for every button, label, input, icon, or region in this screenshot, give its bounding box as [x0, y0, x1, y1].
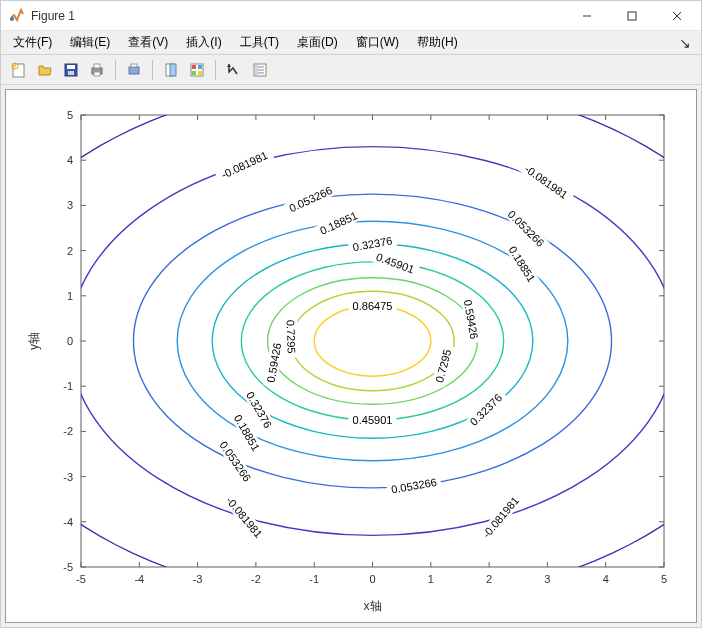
svg-text:0: 0: [67, 335, 73, 347]
svg-text:0.86475: 0.86475: [353, 300, 393, 312]
svg-rect-14: [129, 67, 139, 74]
svg-text:4: 4: [67, 154, 73, 166]
svg-text:-3: -3: [63, 471, 73, 483]
minimize-button[interactable]: [564, 1, 609, 31]
insert-legend-button[interactable]: [248, 58, 272, 82]
svg-text:-4: -4: [63, 516, 73, 528]
toolbar: [1, 55, 701, 85]
figure-window: Figure 1 文件(F) 编辑(E) 查看(V) 插入(I) 工具(T) 桌…: [0, 0, 702, 628]
menu-insert[interactable]: 插入(I): [178, 32, 229, 53]
svg-rect-27: [255, 65, 258, 75]
menu-edit[interactable]: 编辑(E): [62, 32, 118, 53]
svg-text:-5: -5: [76, 573, 86, 585]
menu-help[interactable]: 帮助(H): [409, 32, 466, 53]
figure-area: -5-4-3-2-1012345-5-4-3-2-1012345x轴y轴-0.0…: [1, 85, 701, 627]
svg-text:-2: -2: [251, 573, 261, 585]
menu-file[interactable]: 文件(F): [5, 32, 60, 53]
maximize-button[interactable]: [609, 1, 654, 31]
svg-text:3: 3: [67, 199, 73, 211]
svg-text:-1: -1: [63, 380, 73, 392]
svg-text:-3: -3: [193, 573, 203, 585]
svg-text:-1: -1: [309, 573, 319, 585]
contour-plot: -5-4-3-2-1012345-5-4-3-2-1012345x轴y轴-0.0…: [6, 90, 694, 622]
svg-text:3: 3: [544, 573, 550, 585]
axes-canvas[interactable]: -5-4-3-2-1012345-5-4-3-2-1012345x轴y轴-0.0…: [5, 89, 697, 623]
edit-plot-button[interactable]: [222, 58, 246, 82]
titlebar: Figure 1: [1, 1, 701, 31]
svg-rect-10: [68, 71, 74, 75]
open-button[interactable]: [33, 58, 57, 82]
svg-rect-20: [198, 65, 202, 69]
print-button[interactable]: [85, 58, 109, 82]
svg-rect-13: [94, 72, 100, 76]
save-button[interactable]: [59, 58, 83, 82]
menu-desktop[interactable]: 桌面(D): [289, 32, 346, 53]
svg-rect-29: [81, 115, 664, 567]
svg-text:4: 4: [603, 573, 609, 585]
svg-text:x轴: x轴: [364, 599, 382, 613]
svg-text:-4: -4: [134, 573, 144, 585]
svg-rect-9: [67, 65, 75, 69]
svg-text:-5: -5: [63, 561, 73, 573]
dock-arrow-icon[interactable]: ↘: [673, 35, 697, 51]
svg-text:0.7295: 0.7295: [285, 320, 298, 354]
svg-rect-19: [192, 65, 196, 69]
insert-colorbar-button[interactable]: [185, 58, 209, 82]
svg-rect-21: [192, 71, 196, 75]
svg-text:5: 5: [67, 109, 73, 121]
svg-rect-22: [198, 71, 202, 75]
svg-text:2: 2: [67, 245, 73, 257]
svg-text:0.45901: 0.45901: [353, 414, 393, 426]
svg-rect-12: [94, 64, 100, 68]
svg-rect-17: [170, 64, 176, 76]
window-title: Figure 1: [31, 9, 564, 23]
svg-text:2: 2: [486, 573, 492, 585]
svg-text:0: 0: [369, 573, 375, 585]
svg-text:1: 1: [428, 573, 434, 585]
svg-text:y轴: y轴: [27, 332, 41, 350]
svg-text:1: 1: [67, 290, 73, 302]
link-button[interactable]: [159, 58, 183, 82]
svg-text:5: 5: [661, 573, 667, 585]
close-button[interactable]: [654, 1, 699, 31]
svg-marker-6: [13, 64, 16, 67]
svg-text:-2: -2: [63, 425, 73, 437]
svg-rect-15: [131, 64, 137, 67]
new-figure-button[interactable]: [7, 58, 31, 82]
matlab-icon: [9, 8, 25, 24]
menu-tools[interactable]: 工具(T): [232, 32, 287, 53]
menu-window[interactable]: 窗口(W): [348, 32, 407, 53]
print-preview-button[interactable]: [122, 58, 146, 82]
menubar: 文件(F) 编辑(E) 查看(V) 插入(I) 工具(T) 桌面(D) 窗口(W…: [1, 31, 701, 55]
svg-rect-2: [628, 12, 636, 20]
svg-point-0: [10, 17, 14, 21]
menu-view[interactable]: 查看(V): [120, 32, 176, 53]
